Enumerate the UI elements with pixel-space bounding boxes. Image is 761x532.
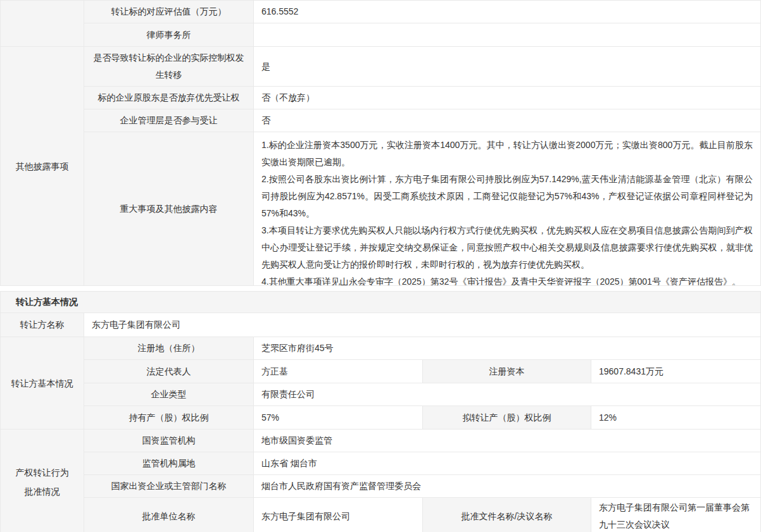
group-label-approval: 产权转让行为批准情况	[1, 430, 84, 532]
field-label: 持有产（股）权比例	[84, 406, 254, 429]
field-value: 是	[254, 47, 760, 86]
field-value: 57%	[254, 406, 423, 429]
paragraph: 3.本项目转让方要求优先购买权人只能以场内行权方式行使优先购买权，优先购买权人应…	[261, 222, 753, 273]
field-label: 律师事务所	[84, 23, 254, 46]
field-label: 重大事项及其他披露内容	[84, 132, 254, 285]
field-value	[254, 23, 760, 46]
table-row: 持有产（股）权比例 57% 拟转让产（股）权比例 12%	[84, 406, 760, 429]
field-label: 转让方名称	[1, 313, 84, 337]
other-disclosure-group-row: 其他披露事项 是否导致转让标的企业的实际控制权发生转移 是 标的企业原股东是否放…	[1, 47, 760, 285]
field-label: 注册地（住所）	[84, 337, 254, 359]
field-value: 有限责任公司	[254, 383, 760, 405]
field-value: 方正基	[254, 360, 423, 383]
field-label: 国家出资企业或主管部门名称	[84, 475, 254, 497]
table-row-major-items: 重大事项及其他披露内容 1.标的企业注册资本3500万元，实收注册资本1400万…	[84, 132, 760, 285]
table-row: 标的企业原股东是否放弃优先受让权 否（不放弃）	[84, 87, 760, 109]
field-value: 616.5552	[254, 1, 760, 23]
table-row: 国资监管机构 地市级国资委监管	[84, 430, 760, 452]
table-row: 转让标的对应评估值（万元） 616.5552	[84, 1, 760, 23]
field-label: 批准文件名称/决议名称	[423, 498, 591, 532]
field-value: 东方电子集团有限公司第一届董事会第九十三次会议决议	[591, 498, 760, 532]
field-label: 监管机构属地	[84, 452, 254, 474]
table-row: 批准单位名称 东方电子集团有限公司 批准文件名称/决议名称 东方电子集团有限公司…	[84, 498, 760, 532]
field-label: 拟转让产（股）权比例	[423, 406, 591, 429]
section-gap	[0, 286, 761, 291]
field-label: 法定代表人	[84, 360, 254, 383]
field-value: 地市级国资委监管	[254, 430, 760, 452]
field-label: 国资监管机构	[84, 430, 254, 452]
section-header-transferor: 转让方基本情况	[0, 291, 761, 313]
approval-doc-name-text: 东方电子集团有限公司第一届董事会第九十三次会议决议	[599, 499, 753, 532]
table-row: 企业类型 有限责任公司	[84, 383, 760, 406]
field-value: 山东省 烟台市	[254, 452, 760, 474]
transferor-table: 转让方名称 东方电子集团有限公司 转让方基本情况 注册地（住所） 芝罘区市府街4…	[0, 313, 761, 532]
table-row: 企业管理层是否参与受让 否	[84, 109, 760, 132]
group-label-other-disclosure: 其他披露事项	[1, 47, 84, 285]
field-label: 是否导致转让标的企业的实际控制权发生转移	[84, 47, 254, 86]
field-value: 芝罘区市府街45号	[254, 337, 760, 359]
field-value: 12%	[591, 406, 760, 429]
field-value: 否	[254, 109, 760, 132]
misc-group-row: 转让标的对应评估值（万元） 616.5552 律师事务所	[1, 1, 760, 47]
misc-group-cell-empty	[1, 1, 84, 46]
field-value: 否（不放弃）	[254, 87, 760, 109]
approval-group-row: 产权转让行为批准情况 国资监管机构 地市级国资委监管 监管机构属地 山东省 烟台…	[1, 430, 760, 532]
field-value: 烟台市人民政府国有资产监督管理委员会	[254, 475, 760, 497]
field-label: 注册资本	[423, 360, 591, 383]
table-row: 注册地（住所） 芝罘区市府街45号	[84, 337, 760, 360]
paragraph: 2.按照公司各股东出资比例计算，东方电子集团有限公司持股比例应为57.1429%…	[261, 171, 753, 222]
paragraph: 4.其他重大事项详见山永会专审字（2025）第32号《审计报告》及青中天华资评报…	[261, 273, 753, 285]
field-value: 东方电子集团有限公司	[84, 313, 760, 337]
major-items-text: 1.标的企业注册资本3500万元，实收注册资本1400万元。其中，转让方认缴出资…	[254, 132, 760, 285]
field-label: 标的企业原股东是否放弃优先受让权	[84, 87, 254, 109]
table-row: 监管机构属地 山东省 烟台市	[84, 452, 760, 475]
table-row: 法定代表人 方正基 注册资本 19607.8431万元	[84, 360, 760, 383]
transferor-basic-group-row: 转让方基本情况 注册地（住所） 芝罘区市府街45号 法定代表人 方正基 注册资本…	[1, 337, 760, 430]
table-row: 转让方名称 东方电子集团有限公司	[1, 313, 760, 337]
field-value: 19607.8431万元	[591, 360, 760, 383]
field-label: 企业类型	[84, 383, 254, 405]
field-value: 东方电子集团有限公司	[254, 498, 423, 532]
table-row: 国家出资企业或主管部门名称 烟台市人民政府国有资产监督管理委员会	[84, 475, 760, 498]
table-row: 律师事务所	[84, 23, 760, 46]
field-label: 转让标的对应评估值（万元）	[84, 1, 254, 23]
field-label: 批准单位名称	[84, 498, 254, 532]
group-label-transferor-basic: 转让方基本情况	[1, 337, 84, 429]
disclosure-table: 转让标的对应评估值（万元） 616.5552 律师事务所 其他披露事项 是否导致…	[0, 0, 761, 286]
table-row: 是否导致转让标的企业的实际控制权发生转移 是	[84, 47, 760, 87]
field-label: 企业管理层是否参与受让	[84, 109, 254, 132]
transferor-name-row: 转让方名称 东方电子集团有限公司	[1, 313, 760, 337]
group-label-approval-text: 产权转让行为批准情况	[15, 463, 70, 501]
paragraph: 1.标的企业注册资本3500万元，实收注册资本1400万元。其中，转让方认缴出资…	[261, 137, 753, 171]
